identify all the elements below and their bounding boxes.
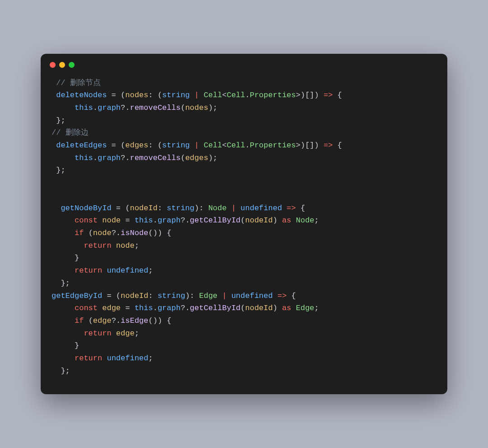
operator: ?. [112,229,121,237]
var: node [93,229,112,237]
keyword: return [75,354,102,363]
punct: . [93,104,98,112]
code-editor[interactable]: // 删除节点 deleteNodes = (nodes: (string | … [41,71,447,380]
type: string [162,141,190,150]
punct: ; [61,166,65,174]
punct: ( [240,304,245,312]
space [102,266,107,275]
punct: ) [185,292,190,300]
type: string [162,91,190,99]
minimize-dot-icon[interactable] [59,62,65,68]
param: nodes [125,91,148,99]
type: undefined [231,292,273,300]
method: removeCells [130,104,180,112]
punct: ( [121,141,125,150]
identifier: deleteNodes [56,91,107,99]
punct: ; [135,241,139,250]
identifier: deleteEdges [56,141,107,150]
punct: } [61,367,65,375]
property: graph [158,304,181,312]
punct: ) [273,216,277,225]
punct: { [291,292,296,300]
method: isEdge [121,316,148,325]
punct: ) [273,304,277,312]
arg: nodeId [245,304,273,312]
punct: )[] [300,91,314,99]
operator: | [190,141,204,150]
punct: . [245,91,250,99]
type: Edge [199,292,217,300]
property: graph [98,104,121,112]
close-dot-icon[interactable] [50,62,56,68]
punct: ) [314,91,319,99]
punct: < [222,141,227,150]
operator: | [217,292,231,300]
punct: ; [213,154,217,162]
identifier: getNodeById [61,204,111,212]
property: graph [158,216,181,225]
value: undefined [107,266,148,275]
punct: ; [135,329,139,338]
punct: ) [208,104,213,112]
punct: : [148,91,157,99]
arg: nodes [185,104,208,112]
punct: { [338,91,342,99]
space [102,354,107,363]
space [84,316,88,325]
method: getCellById [190,304,240,312]
method: removeCells [130,154,180,162]
operator: = [102,292,116,300]
punct: ) [208,154,213,162]
operator: = [112,204,126,212]
arg: edges [185,154,208,162]
keyword: return [84,241,111,250]
punct: . [245,141,250,150]
type: Cell [204,91,222,99]
punct: } [75,254,79,262]
punct: : [148,292,157,300]
space [162,316,167,325]
maximize-dot-icon[interactable] [69,62,75,68]
type: undefined [240,204,282,212]
operator: => [282,204,300,212]
punct: { [300,204,305,212]
keyword: this [75,104,93,112]
type: Properties [250,91,296,99]
param: nodeId [130,204,157,212]
operator: ?. [112,316,121,325]
punct: ) [153,229,157,237]
type: string [158,292,185,300]
property: graph [98,154,121,162]
code-window: // 删除节点 deleteNodes = (nodes: (string | … [41,54,447,395]
space [112,241,116,250]
keyword: this [75,154,93,162]
punct: ( [158,91,162,99]
punct: ) [314,141,319,150]
param: nodeId [121,292,148,300]
punct: } [56,116,61,125]
operator: = [107,141,121,150]
operator: | [190,91,204,99]
window-titlebar [41,54,447,71]
operator: ?. [181,304,190,312]
type: Cell [227,91,245,99]
punct: ; [213,104,217,112]
punct: ( [181,104,185,112]
comment: // 删除节点 [52,79,101,87]
punct: : [158,204,167,212]
operator: = [121,304,135,312]
operator: => [273,292,291,300]
space [84,229,88,237]
identifier: getEdgeById [52,292,102,300]
punct: ( [89,316,93,325]
method: getCellById [190,216,240,225]
punct: ; [314,304,319,312]
var: node [102,216,121,225]
punct: < [222,91,227,99]
punct: ) [158,316,162,325]
type: Cell [204,141,222,150]
var: node [116,241,135,250]
var: edge [102,304,121,312]
punct: : [148,141,157,150]
punct: ) [153,316,157,325]
